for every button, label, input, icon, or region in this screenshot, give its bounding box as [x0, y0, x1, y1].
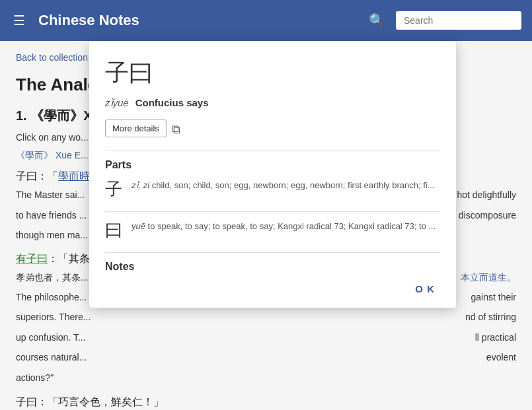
menu-icon[interactable]: ☰: [11, 10, 28, 31]
modal-parts-heading: Parts: [105, 159, 440, 171]
modal-footer: O K: [105, 281, 440, 297]
modal-toolbar: More details ⧉: [105, 120, 440, 140]
modal-part-def-yue: to speak, to say; to speak, to say; Kang…: [148, 221, 436, 231]
more-details-button[interactable]: More details: [105, 120, 167, 137]
back-to-collection-link[interactable]: Back to collection: [16, 52, 88, 63]
modal-chinese-title: 子曰: [105, 57, 440, 89]
modal-part-pinyin-zi: zǐ, zi: [132, 180, 149, 190]
second-body-3: up confusion. T...ll practical: [16, 330, 516, 345]
third-quote-chinese: 子曰：「巧言令色，鮮矣仁！」: [16, 395, 516, 409]
modal-pinyin: zǐyuē: [105, 97, 129, 109]
xue-er-highlight[interactable]: 學而時: [58, 170, 90, 182]
youzi-link[interactable]: 有子曰: [16, 253, 48, 264]
modal-divider-3: [105, 252, 440, 253]
modal-pinyin-line: zǐyuē Confucius says: [105, 97, 440, 109]
word-detail-modal: 子曰 zǐyuē Confucius says More details ⧉ P…: [89, 41, 456, 308]
app-header: ☰ Chinese Notes 🔍: [0, 0, 532, 41]
page-content: Back to collection The Analects of Confu…: [0, 41, 532, 410]
modal-part-def-zi: child, son; child, son; egg, newborn; eg…: [152, 180, 435, 190]
modal-meaning: Confucius says: [135, 97, 209, 108]
second-body-4: courses natural...evolent: [16, 350, 516, 364]
second-body-2: superiors. There...nd of stirring: [16, 310, 516, 324]
modal-divider: [105, 151, 440, 151]
ok-button[interactable]: O K: [410, 281, 440, 297]
app-title: Chinese Notes: [38, 12, 358, 29]
modal-part-char-yue: 曰: [105, 220, 124, 240]
modal-notes-heading: Notes: [105, 261, 440, 273]
modal-part-zi: 子 zǐ, zi child, son; child, son; egg, ne…: [105, 179, 440, 202]
search-icon[interactable]: 🔍: [369, 13, 385, 28]
modal-part-yue: 曰 yuē to speak, to say; to speak, to say…: [105, 220, 440, 243]
modal-part-details-yue: yuē to speak, to say; to speak, to say; …: [132, 220, 436, 240]
second-body-5: actions?": [16, 370, 516, 385]
search-input[interactable]: [396, 11, 521, 30]
modal-part-details-zi: zǐ, zi child, son; child, son; egg, newb…: [132, 179, 435, 199]
modal-divider-2: [105, 211, 440, 212]
copy-icon[interactable]: ⧉: [172, 123, 180, 137]
modal-part-char-zi: 子: [105, 179, 124, 199]
modal-part-pinyin-yue: yuē: [132, 221, 145, 231]
